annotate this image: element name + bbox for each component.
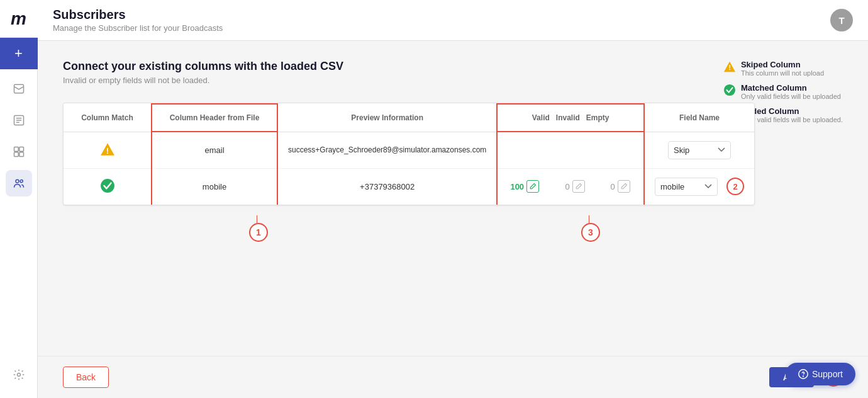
table-container: Column Match Column Header from File Pre…	[63, 103, 843, 253]
svg-point-20	[101, 179, 114, 193]
field-name-select-2[interactable]: Skip email mobile first_name last_name	[655, 178, 718, 196]
col-header-preview: Preview Information	[277, 104, 497, 132]
sidebar-item-lists[interactable]	[6, 107, 32, 134]
svg-text:!: !	[728, 64, 731, 71]
sidebar-item-dashboard[interactable]	[6, 139, 32, 165]
list-icon	[13, 114, 25, 127]
warning-legend-icon: !	[723, 60, 736, 73]
check-icon	[100, 186, 115, 195]
col-header-file: Column Header from File	[152, 104, 277, 132]
page-subtitle: Manage the Subscriber list for your Broa…	[53, 23, 223, 33]
content-area: Connect your existing columns with the l…	[38, 41, 868, 356]
svg-point-22	[803, 376, 804, 377]
table-row: ! email success+Grayce_Schroeder89@simul…	[64, 132, 754, 168]
sidebar-item-subscribers[interactable]	[6, 170, 32, 196]
main-content: Subscribers Manage the Subscriber list f…	[38, 0, 868, 398]
field-name-cell-2: Skip email mobile first_name last_name 2	[644, 168, 754, 205]
invalid-count-cell: 0	[563, 180, 588, 193]
col-header-fieldname: Field Name	[644, 104, 754, 132]
svg-point-14	[724, 84, 735, 96]
legend-skipped: ! Skiped Column This column will not upl…	[723, 60, 843, 77]
svg-text:!: !	[106, 145, 108, 155]
field-name-select-1[interactable]: Skip email mobile first_name last_name	[668, 141, 731, 159]
logo: m	[11, 9, 26, 29]
col-header-valid-invalid: Valid Invalid Empty	[497, 104, 644, 132]
sidebar-add-button[interactable]: +	[0, 38, 38, 69]
avatar: T	[830, 9, 853, 31]
svg-point-10	[20, 180, 23, 183]
empty-count-cell: 0	[608, 180, 633, 193]
check-legend-icon	[723, 84, 736, 96]
svg-rect-6	[19, 147, 23, 152]
campaigns-icon	[13, 82, 25, 95]
settings-icon	[13, 368, 25, 381]
csv-mapping-table: Column Match Column Header from File Pre…	[63, 103, 755, 205]
empty-edit-icon[interactable]	[618, 180, 630, 193]
sidebar-bottom	[6, 361, 32, 398]
match-cell-2	[64, 168, 152, 205]
valid-cell-2: 100	[497, 168, 553, 205]
dashboard-icon	[13, 145, 25, 158]
bottom-bar: Back Add 4	[38, 356, 868, 398]
support-button[interactable]: Support	[786, 363, 855, 385]
svg-point-11	[17, 373, 20, 377]
plus-icon: +	[14, 45, 23, 62]
sidebar: m +	[0, 0, 38, 398]
sidebar-nav	[6, 69, 32, 361]
back-button[interactable]: Back	[63, 367, 109, 388]
table-row: mobile +37379368002 100	[64, 168, 754, 205]
sidebar-logo: m	[0, 0, 38, 38]
page-title: Subscribers	[53, 8, 223, 22]
empty-cell-2: 0	[598, 168, 644, 205]
column-header-cell-1: email	[152, 132, 277, 168]
svg-rect-7	[14, 152, 18, 157]
sidebar-item-campaigns[interactable]	[6, 76, 32, 102]
annotation-1-container: 1	[245, 215, 268, 242]
legend-matched: Matched Column Only valid fields will be…	[723, 83, 843, 100]
legend-skipped-text: Skiped Column This column will not uploa…	[741, 60, 824, 77]
svg-point-9	[16, 179, 19, 183]
annotation-3: 3	[581, 223, 600, 242]
field-name-cell-1: Skip email mobile first_name last_name	[644, 132, 754, 168]
column-header-cell-2: mobile	[152, 168, 277, 205]
preview-cell-1: success+Grayce_Schroeder89@simulator.ama…	[277, 132, 497, 168]
valid-edit-icon[interactable]	[526, 180, 539, 193]
legend-matched-text: Matched Column Only valid fields will be…	[741, 83, 841, 100]
col-header-match: Column Match	[64, 104, 152, 132]
preview-cell-2: +37379368002	[277, 168, 497, 205]
match-cell-1: !	[64, 132, 152, 168]
annotation-3-container: 3	[577, 215, 600, 242]
sidebar-item-settings[interactable]	[6, 361, 32, 388]
annotation-1: 1	[249, 223, 268, 242]
valid-invalid-cell-1	[497, 132, 644, 168]
support-icon	[798, 369, 808, 379]
svg-rect-5	[14, 147, 18, 152]
svg-rect-8	[19, 152, 23, 157]
annotation-2: 2	[726, 178, 744, 195]
header-left: Subscribers Manage the Subscriber list f…	[53, 8, 223, 33]
invalid-edit-icon[interactable]	[572, 180, 585, 193]
subscribers-icon	[13, 177, 25, 190]
warning-icon: !	[100, 149, 115, 159]
invalid-cell-2: 0	[553, 168, 598, 205]
header: Subscribers Manage the Subscriber list f…	[38, 0, 868, 41]
valid-count-cell: 100	[508, 180, 543, 193]
mapping-table: Column Match Column Header from File Pre…	[64, 103, 754, 205]
